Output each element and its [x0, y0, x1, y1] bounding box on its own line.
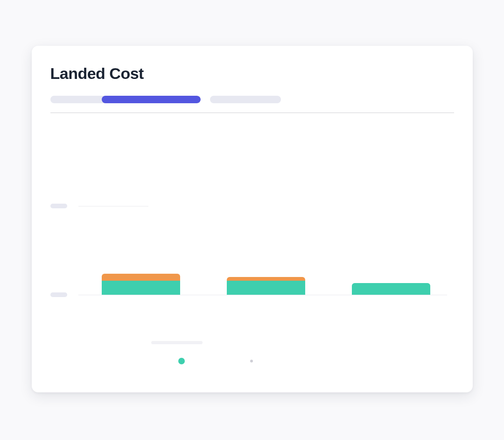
bar-segment-series-a	[102, 281, 180, 295]
card-title: Landed Cost	[50, 64, 454, 83]
bar-c3	[352, 283, 430, 295]
legend-swatch-series-a	[178, 358, 185, 364]
x-category-placeholder	[151, 341, 203, 344]
bar-segment-series-b	[227, 277, 305, 281]
tab-row	[50, 96, 454, 103]
y-tick-placeholder	[50, 204, 67, 208]
tab-group-secondary[interactable]	[210, 96, 281, 103]
divider	[50, 113, 454, 113]
bar-segment-series-a	[352, 283, 430, 295]
tab-group-primary[interactable]	[50, 96, 201, 103]
y-tick-placeholder	[50, 292, 67, 297]
landed-cost-card: Landed Cost	[32, 46, 473, 392]
bar-c2	[227, 277, 305, 295]
bar-c1	[102, 274, 180, 295]
tab-active-indicator	[102, 96, 201, 103]
legend	[178, 358, 253, 364]
legend-swatch-series-b	[250, 360, 253, 362]
stacked-bar-chart	[50, 121, 454, 317]
gridline	[78, 295, 447, 295]
chart-footer	[50, 341, 454, 378]
bar-segment-series-b	[102, 274, 180, 281]
bar-group	[78, 121, 454, 295]
bar-segment-series-a	[227, 281, 305, 295]
